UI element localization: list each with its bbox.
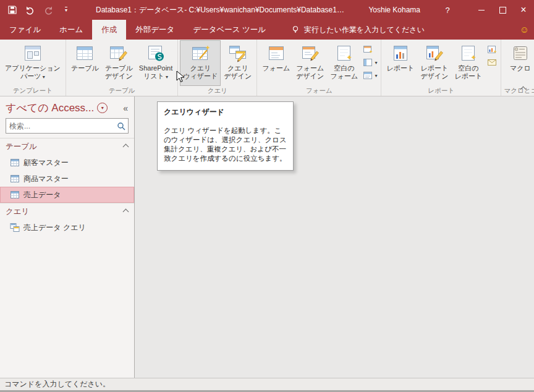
form-design-label: フォームデザイン — [296, 64, 324, 80]
nav-section-tables[interactable]: テーブル — [0, 138, 134, 155]
nav-item-sales-data-query[interactable]: 売上データ クエリ — [0, 219, 134, 236]
labels-button[interactable] — [487, 58, 497, 67]
forms-small-buttons: ▾ ▾ — [361, 40, 379, 86]
query-design-button[interactable]: クエリデザイン — [221, 40, 255, 86]
blank-report-icon — [459, 43, 478, 63]
report-design-button[interactable]: レポートデザイン — [417, 40, 451, 86]
query-wizard-button[interactable]: クエリウィザード — [180, 40, 221, 86]
window-title: Database1：データベース- C:¥Users¥wanichan¥Docu… — [96, 5, 344, 15]
nav-item-product-master[interactable]: 商品マスター — [0, 171, 134, 187]
collapse-ribbon-button[interactable] — [518, 85, 528, 93]
group-label-reports: レポート — [381, 86, 501, 96]
lightbulb-icon — [291, 25, 300, 34]
report-icon — [391, 43, 410, 63]
query-wizard-tooltip: クエリウィザード クエリ ウィザードを起動します。このウィザードは、選択クエリ、… — [157, 101, 294, 171]
tab-database-tools[interactable]: データベース ツール — [184, 20, 275, 40]
application-parts-button[interactable]: アプリケーションパーツ ▾ — [2, 40, 64, 86]
report-design-label: レポートデザイン — [420, 64, 448, 80]
help-button[interactable]: ? — [441, 6, 454, 15]
save-icon[interactable] — [7, 5, 17, 15]
qat-customize-button[interactable]: ▾ — [61, 5, 71, 15]
ribbon-tab-bar: ファイル ホーム 作成 外部データ データベース ツール 実行したい作業を入力し… — [0, 20, 534, 40]
chevron-up-icon — [123, 144, 129, 150]
chevron-up-icon — [123, 209, 129, 215]
report-button-label: レポート — [387, 64, 415, 72]
report-wizard-icon — [487, 45, 497, 54]
nav-item-customer-master[interactable]: 顧客マスター — [0, 155, 134, 171]
tab-external-data[interactable]: 外部データ — [126, 20, 184, 40]
window-controls: × — [471, 0, 534, 20]
macro-icon — [511, 43, 530, 63]
status-message: コマンドを入力してください。 — [4, 379, 110, 390]
ribbon-group-queries: クエリウィザード クエリデザイン クエリ — [178, 40, 257, 96]
form-design-button[interactable]: フォームデザイン — [293, 40, 327, 86]
feedback-smiley-icon[interactable]: ☺ — [520, 25, 529, 34]
shutter-bar-close-button[interactable]: « — [121, 103, 130, 113]
tell-me-box[interactable]: 実行したい作業を入力してください — [285, 20, 431, 40]
tab-create[interactable]: 作成 — [92, 20, 126, 40]
sharepoint-lists-label: SharePointリスト ▾ — [139, 64, 172, 81]
tell-me-label: 実行したい作業を入力してください — [304, 25, 425, 35]
dropdown-arrow-icon: ▾ — [375, 73, 377, 79]
tab-home[interactable]: ホーム — [50, 20, 92, 40]
blank-form-label: 空白のフォーム — [330, 64, 358, 80]
group-label-templates: テンプレート — [0, 86, 66, 96]
query-design-icon — [228, 43, 248, 63]
group-label-forms: フォーム — [257, 86, 381, 96]
report-button[interactable]: レポート — [383, 40, 417, 86]
macro-button-label: マクロ — [510, 64, 531, 72]
table-design-label: テーブルデザイン — [105, 64, 133, 80]
more-forms-button[interactable]: ▾ — [363, 70, 377, 80]
tab-file[interactable]: ファイル — [0, 20, 50, 40]
blank-form-button[interactable]: 空白のフォーム — [327, 40, 361, 86]
table-button[interactable]: テーブル — [68, 40, 102, 86]
form-button-label: フォーム — [262, 64, 290, 72]
undo-icon[interactable] — [25, 5, 35, 15]
navigation-search — [6, 118, 129, 134]
table-design-button[interactable]: テーブルデザイン — [102, 40, 136, 86]
close-button[interactable]: × — [513, 0, 534, 20]
maximize-button[interactable] — [492, 0, 513, 20]
navigation-pane-title[interactable]: すべての Access... — [6, 101, 94, 115]
form-button[interactable]: フォーム — [259, 40, 293, 86]
account-user-name[interactable]: Yoshie Kohama — [368, 6, 420, 14]
dropdown-arrow-icon: ▾ — [41, 74, 45, 80]
sharepoint-lists-button[interactable]: SharePointリスト ▾ — [136, 40, 176, 86]
minimize-button[interactable] — [471, 0, 492, 20]
form-wizard-icon — [363, 45, 373, 54]
table-icon — [75, 43, 95, 63]
query-icon — [10, 223, 20, 232]
table-icon — [10, 190, 20, 200]
main-area: すべての Access... ▾ « テーブル 顧客マスター 商品マスター — [0, 96, 534, 378]
sharepoint-lists-icon — [146, 43, 166, 63]
navigation-pane-header: すべての Access... ▾ « — [0, 96, 134, 118]
blank-report-button[interactable]: 空白のレポート — [451, 40, 485, 86]
navigation-button[interactable]: ▾ — [363, 58, 377, 67]
query-wizard-icon — [190, 43, 210, 63]
form-wizard-button[interactable] — [363, 45, 377, 54]
report-design-icon — [425, 43, 444, 63]
application-parts-icon — [23, 43, 43, 63]
nav-item-sales-data[interactable]: 売上データ — [0, 187, 134, 203]
query-wizard-label: クエリウィザード — [183, 64, 218, 80]
macro-button[interactable]: マクロ — [503, 40, 534, 86]
search-input[interactable] — [6, 122, 116, 130]
form-design-icon — [300, 43, 320, 63]
tooltip-title: クエリウィザード — [164, 107, 287, 117]
quick-access-toolbar: ▾ — [0, 5, 71, 15]
report-wizard-button[interactable] — [487, 45, 497, 54]
form-icon — [266, 43, 286, 63]
search-icon[interactable] — [116, 121, 126, 131]
workspace: クエリウィザード クエリ ウィザードを起動します。このウィザードは、選択クエリ、… — [135, 96, 534, 378]
status-bar: コマンドを入力してください。 — [0, 378, 534, 390]
group-label-queries: クエリ — [178, 86, 256, 96]
redo-icon[interactable] — [43, 5, 53, 15]
ribbon-group-forms: フォーム フォームデザイン 空白のフォーム ▾ — [257, 40, 381, 96]
dropdown-arrow-icon: ▾ — [164, 74, 168, 80]
navigation-menu-dropdown-icon[interactable]: ▾ — [97, 103, 108, 113]
table-button-label: テーブル — [71, 64, 99, 72]
nav-section-queries[interactable]: クエリ — [0, 203, 134, 219]
blank-report-label: 空白のレポート — [455, 64, 483, 80]
group-label-tables: テーブル — [66, 86, 177, 96]
nav-section-queries-label: クエリ — [6, 207, 29, 217]
